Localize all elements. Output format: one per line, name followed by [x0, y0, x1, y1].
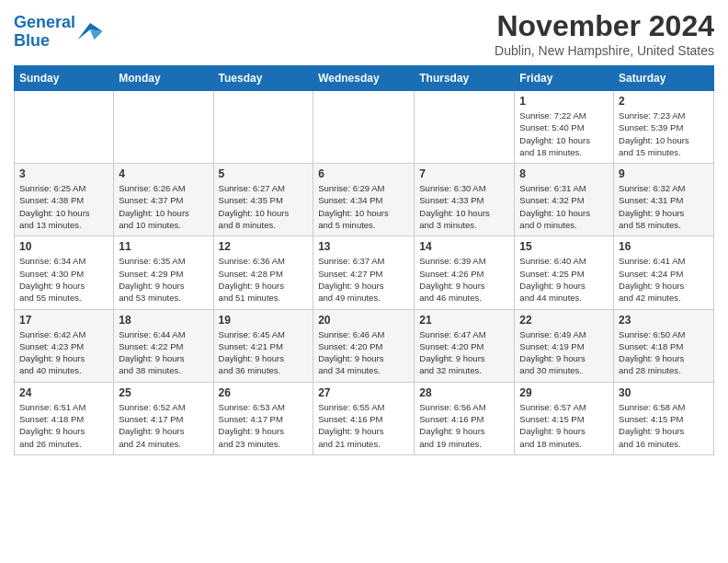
calendar-week-row: 3Sunrise: 6:25 AM Sunset: 4:38 PM Daylig…	[15, 164, 714, 236]
day-number: 15	[519, 240, 609, 253]
day-info: Sunrise: 6:39 AM Sunset: 4:26 PM Dayligh…	[419, 255, 509, 304]
calendar-header-row: SundayMondayTuesdayWednesdayThursdayFrid…	[15, 66, 714, 91]
calendar-cell: 15Sunrise: 6:40 AM Sunset: 4:25 PM Dayli…	[515, 236, 614, 309]
calendar-cell: 10Sunrise: 6:34 AM Sunset: 4:30 PM Dayli…	[15, 236, 114, 309]
day-info: Sunrise: 6:27 AM Sunset: 4:35 PM Dayligh…	[219, 182, 309, 231]
calendar-cell: 3Sunrise: 6:25 AM Sunset: 4:38 PM Daylig…	[15, 164, 114, 236]
calendar-cell: 20Sunrise: 6:46 AM Sunset: 4:20 PM Dayli…	[313, 309, 415, 382]
calendar-cell	[415, 91, 515, 164]
location: Dublin, New Hampshire, United States	[495, 43, 714, 58]
logo-text: General Blue	[14, 14, 103, 51]
day-info: Sunrise: 6:55 AM Sunset: 4:16 PM Dayligh…	[318, 401, 409, 450]
header: General Blue November 2024 Dublin, New H…	[14, 9, 714, 58]
day-number: 4	[119, 167, 208, 180]
calendar-cell: 28Sunrise: 6:56 AM Sunset: 4:16 PM Dayli…	[415, 382, 515, 454]
day-number: 14	[419, 240, 509, 253]
day-header-saturday: Saturday	[614, 66, 714, 91]
day-header-sunday: Sunday	[15, 66, 114, 91]
logo: General Blue	[14, 14, 103, 51]
day-info: Sunrise: 6:34 AM Sunset: 4:30 PM Dayligh…	[19, 255, 108, 304]
day-number: 22	[519, 314, 609, 327]
day-number: 17	[19, 314, 108, 327]
day-number: 3	[19, 167, 108, 180]
calendar-week-row: 1Sunrise: 7:22 AM Sunset: 5:40 PM Daylig…	[15, 91, 714, 164]
calendar-cell: 30Sunrise: 6:58 AM Sunset: 4:15 PM Dayli…	[614, 382, 714, 454]
calendar-cell: 19Sunrise: 6:45 AM Sunset: 4:21 PM Dayli…	[213, 309, 313, 382]
calendar-cell: 25Sunrise: 6:52 AM Sunset: 4:17 PM Dayli…	[114, 382, 213, 454]
day-number: 25	[119, 386, 208, 399]
day-info: Sunrise: 6:56 AM Sunset: 4:16 PM Dayligh…	[419, 401, 509, 450]
title-block: November 2024 Dublin, New Hampshire, Uni…	[495, 9, 714, 58]
day-info: Sunrise: 6:25 AM Sunset: 4:38 PM Dayligh…	[19, 182, 108, 231]
day-number: 1	[519, 95, 609, 108]
calendar-cell: 11Sunrise: 6:35 AM Sunset: 4:29 PM Dayli…	[114, 236, 213, 309]
day-number: 29	[519, 386, 609, 399]
calendar-week-row: 10Sunrise: 6:34 AM Sunset: 4:30 PM Dayli…	[15, 236, 714, 309]
day-info: Sunrise: 6:50 AM Sunset: 4:18 PM Dayligh…	[619, 328, 709, 377]
day-info: Sunrise: 6:52 AM Sunset: 4:17 PM Dayligh…	[119, 401, 208, 450]
calendar-cell: 6Sunrise: 6:29 AM Sunset: 4:34 PM Daylig…	[313, 164, 415, 236]
day-info: Sunrise: 7:22 AM Sunset: 5:40 PM Dayligh…	[519, 109, 609, 158]
day-header-monday: Monday	[114, 66, 213, 91]
logo-line2: Blue	[14, 31, 50, 50]
calendar-cell: 18Sunrise: 6:44 AM Sunset: 4:22 PM Dayli…	[114, 309, 213, 382]
day-header-tuesday: Tuesday	[213, 66, 313, 91]
logo-bird-icon	[77, 23, 103, 41]
calendar-week-row: 24Sunrise: 6:51 AM Sunset: 4:18 PM Dayli…	[15, 382, 714, 454]
day-info: Sunrise: 6:30 AM Sunset: 4:33 PM Dayligh…	[419, 182, 509, 231]
day-number: 2	[619, 95, 709, 108]
calendar-cell	[313, 91, 415, 164]
calendar-cell: 12Sunrise: 6:36 AM Sunset: 4:28 PM Dayli…	[213, 236, 313, 309]
calendar-cell: 21Sunrise: 6:47 AM Sunset: 4:20 PM Dayli…	[415, 309, 515, 382]
day-number: 6	[318, 167, 409, 180]
day-info: Sunrise: 6:35 AM Sunset: 4:29 PM Dayligh…	[119, 255, 208, 304]
day-number: 19	[219, 314, 309, 327]
calendar-cell: 2Sunrise: 7:23 AM Sunset: 5:39 PM Daylig…	[614, 91, 714, 164]
calendar-cell: 4Sunrise: 6:26 AM Sunset: 4:37 PM Daylig…	[114, 164, 213, 236]
day-number: 23	[619, 314, 709, 327]
day-info: Sunrise: 6:42 AM Sunset: 4:23 PM Dayligh…	[19, 328, 108, 377]
calendar-cell: 14Sunrise: 6:39 AM Sunset: 4:26 PM Dayli…	[415, 236, 515, 309]
day-number: 10	[19, 240, 108, 253]
calendar-cell	[15, 91, 114, 164]
day-number: 30	[619, 386, 709, 399]
calendar-cell: 16Sunrise: 6:41 AM Sunset: 4:24 PM Dayli…	[614, 236, 714, 309]
day-info: Sunrise: 6:41 AM Sunset: 4:24 PM Dayligh…	[619, 255, 709, 304]
day-number: 20	[318, 314, 409, 327]
day-header-thursday: Thursday	[415, 66, 515, 91]
calendar-cell: 23Sunrise: 6:50 AM Sunset: 4:18 PM Dayli…	[614, 309, 714, 382]
day-info: Sunrise: 6:44 AM Sunset: 4:22 PM Dayligh…	[119, 328, 208, 377]
day-info: Sunrise: 6:51 AM Sunset: 4:18 PM Dayligh…	[19, 401, 108, 450]
month-title: November 2024	[495, 9, 714, 43]
day-info: Sunrise: 6:58 AM Sunset: 4:15 PM Dayligh…	[619, 401, 709, 450]
calendar-cell: 9Sunrise: 6:32 AM Sunset: 4:31 PM Daylig…	[614, 164, 714, 236]
logo-line1: General	[14, 13, 75, 31]
calendar-cell: 27Sunrise: 6:55 AM Sunset: 4:16 PM Dayli…	[313, 382, 415, 454]
calendar-table: SundayMondayTuesdayWednesdayThursdayFrid…	[14, 65, 714, 455]
day-header-wednesday: Wednesday	[313, 66, 415, 91]
page: General Blue November 2024 Dublin, New H…	[0, 0, 728, 469]
day-info: Sunrise: 6:31 AM Sunset: 4:32 PM Dayligh…	[519, 182, 609, 231]
day-info: Sunrise: 6:37 AM Sunset: 4:27 PM Dayligh…	[318, 255, 409, 304]
day-info: Sunrise: 6:32 AM Sunset: 4:31 PM Dayligh…	[619, 182, 709, 231]
day-info: Sunrise: 6:47 AM Sunset: 4:20 PM Dayligh…	[419, 328, 509, 377]
calendar-cell: 1Sunrise: 7:22 AM Sunset: 5:40 PM Daylig…	[515, 91, 614, 164]
calendar-cell: 5Sunrise: 6:27 AM Sunset: 4:35 PM Daylig…	[213, 164, 313, 236]
calendar-cell: 13Sunrise: 6:37 AM Sunset: 4:27 PM Dayli…	[313, 236, 415, 309]
day-info: Sunrise: 6:46 AM Sunset: 4:20 PM Dayligh…	[318, 328, 409, 377]
calendar-cell	[213, 91, 313, 164]
day-number: 11	[119, 240, 208, 253]
calendar-week-row: 17Sunrise: 6:42 AM Sunset: 4:23 PM Dayli…	[15, 309, 714, 382]
calendar-cell: 26Sunrise: 6:53 AM Sunset: 4:17 PM Dayli…	[213, 382, 313, 454]
calendar-cell: 7Sunrise: 6:30 AM Sunset: 4:33 PM Daylig…	[415, 164, 515, 236]
calendar-cell: 24Sunrise: 6:51 AM Sunset: 4:18 PM Dayli…	[15, 382, 114, 454]
day-number: 8	[519, 167, 609, 180]
calendar-cell: 29Sunrise: 6:57 AM Sunset: 4:15 PM Dayli…	[515, 382, 614, 454]
day-info: Sunrise: 6:45 AM Sunset: 4:21 PM Dayligh…	[219, 328, 309, 377]
day-number: 13	[318, 240, 409, 253]
day-number: 12	[219, 240, 309, 253]
day-number: 7	[419, 167, 509, 180]
day-info: Sunrise: 6:53 AM Sunset: 4:17 PM Dayligh…	[219, 401, 309, 450]
day-number: 24	[19, 386, 108, 399]
day-info: Sunrise: 6:26 AM Sunset: 4:37 PM Dayligh…	[119, 182, 208, 231]
